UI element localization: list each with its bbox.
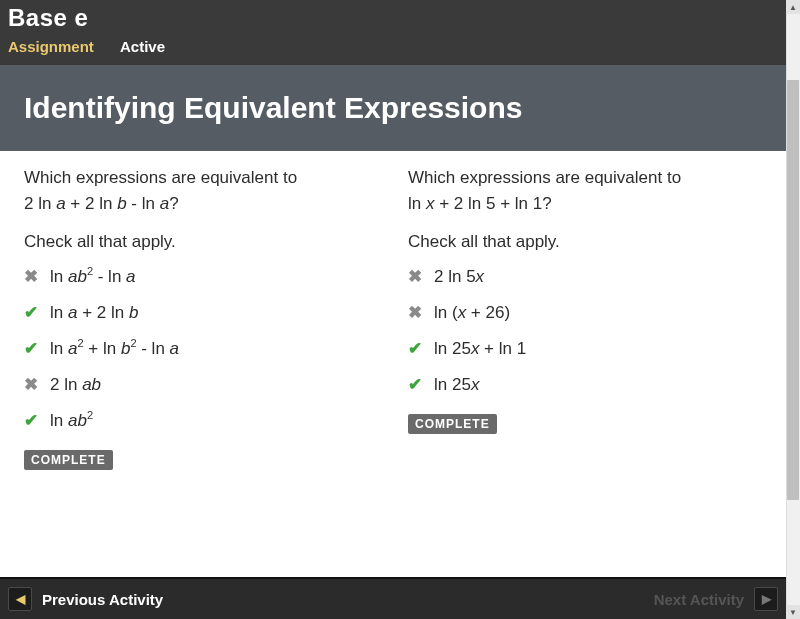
question-left: Which expressions are equivalent to 2 ln…: [24, 167, 388, 470]
page-heading: Identifying Equivalent Expressions: [24, 91, 762, 125]
next-activity-button: Next Activity ▶: [654, 587, 778, 611]
expression-line: 2 ln a + 2 ln b - ln a?: [24, 194, 368, 214]
complete-badge: COMPLETE: [24, 450, 113, 470]
option-text: ln a2 + ln b2 - ln a: [50, 338, 179, 360]
title-band: Identifying Equivalent Expressions: [0, 65, 786, 151]
option-item[interactable]: ✖2 ln ab: [24, 374, 368, 396]
option-text: 2 ln 5x: [434, 266, 484, 288]
previous-activity-label: Previous Activity: [42, 591, 163, 608]
instruction-text: Check all that apply.: [408, 232, 752, 252]
check-icon: ✔: [408, 376, 434, 393]
option-item[interactable]: ✔ln a2 + ln b2 - ln a: [24, 338, 368, 360]
check-icon: ✔: [24, 340, 50, 357]
options-list: ✖ln ab2 - ln a✔ln a + 2 ln b✔ln a2 + ln …: [24, 266, 368, 432]
check-icon: ✔: [408, 340, 434, 357]
question-right: Which expressions are equivalent to ln x…: [388, 167, 762, 470]
scroll-down-icon[interactable]: ▼: [786, 605, 800, 619]
option-text: ln (x + 26): [434, 302, 510, 324]
expression-line: ln x + 2 ln 5 + ln 1?: [408, 194, 752, 214]
option-item[interactable]: ✔ln a + 2 ln b: [24, 302, 368, 324]
top-header: Base e Assignment Active: [0, 0, 786, 65]
option-text: ln ab2: [50, 410, 93, 432]
chevron-left-icon: ◀: [8, 587, 32, 611]
option-item[interactable]: ✖ln ab2 - ln a: [24, 266, 368, 288]
option-text: ln 25x + ln 1: [434, 338, 526, 360]
option-text: 2 ln ab: [50, 374, 101, 396]
scroll-up-icon[interactable]: ▲: [786, 0, 800, 14]
content-area: Which expressions are equivalent to 2 ln…: [0, 151, 786, 480]
scroll-thumb[interactable]: [787, 80, 799, 500]
option-text: ln 25x: [434, 374, 479, 396]
instruction-text: Check all that apply.: [24, 232, 368, 252]
course-title: Base e: [8, 4, 778, 32]
x-icon: ✖: [24, 268, 50, 285]
assignment-state: Active: [120, 38, 165, 55]
option-text: ln ab2 - ln a: [50, 266, 136, 288]
next-activity-label: Next Activity: [654, 591, 744, 608]
previous-activity-button[interactable]: ◀ Previous Activity: [8, 587, 163, 611]
chevron-right-icon: ▶: [754, 587, 778, 611]
prompt-text: Which expressions are equivalent to: [408, 167, 752, 190]
prompt-text: Which expressions are equivalent to: [24, 167, 368, 190]
assignment-label: Assignment: [8, 38, 94, 55]
option-item[interactable]: ✔ln 25x + ln 1: [408, 338, 752, 360]
x-icon: ✖: [408, 268, 434, 285]
option-item[interactable]: ✖2 ln 5x: [408, 266, 752, 288]
option-item[interactable]: ✖ln (x + 26): [408, 302, 752, 324]
option-text: ln a + 2 ln b: [50, 302, 138, 324]
complete-badge: COMPLETE: [408, 414, 497, 434]
scrollbar-track[interactable]: ▲ ▼: [786, 0, 800, 619]
bottom-nav: ◀ Previous Activity Next Activity ▶: [0, 577, 786, 619]
x-icon: ✖: [24, 376, 50, 393]
check-icon: ✔: [24, 412, 50, 429]
options-list: ✖2 ln 5x✖ln (x + 26)✔ln 25x + ln 1✔ln 25…: [408, 266, 752, 396]
option-item[interactable]: ✔ln 25x: [408, 374, 752, 396]
check-icon: ✔: [24, 304, 50, 321]
x-icon: ✖: [408, 304, 434, 321]
option-item[interactable]: ✔ln ab2: [24, 410, 368, 432]
